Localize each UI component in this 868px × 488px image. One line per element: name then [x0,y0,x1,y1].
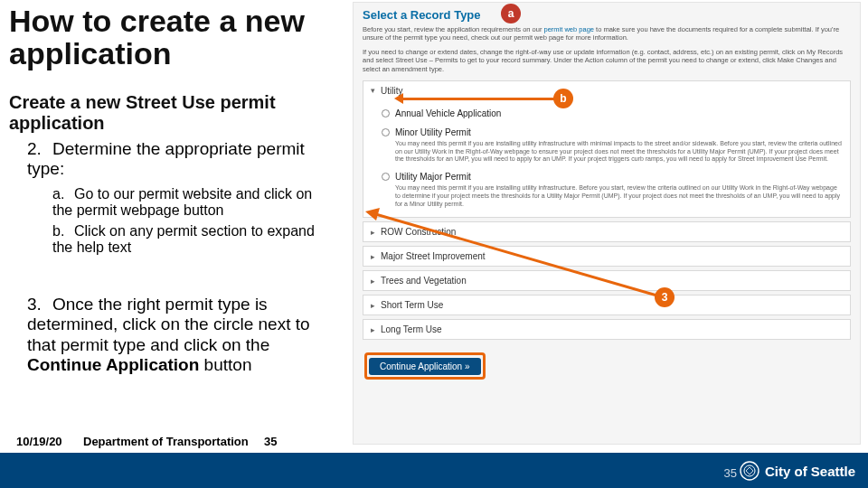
chevron-down-icon: ▾ [371,86,375,95]
footer-date: 10/19/20 [16,435,62,448]
callout-arrow-b [401,98,555,100]
option-major-utility[interactable]: Utility Major Permit You may need this p… [382,167,843,211]
slide-subtitle: Create a new Street Use permit applicati… [9,92,326,134]
substep-b: b.Click on any permit section to expand … [52,223,333,257]
footer-page-left: 35 [264,435,277,448]
option-annual-vehicle[interactable]: Annual Vehicle Application [382,104,843,123]
footer-department: Department of Transportation [83,435,249,448]
step-2: 2.Determine the appropriate permit type: [27,139,335,179]
step-3-prefix: Once the right permit type is determined… [27,295,310,354]
section-long-term-use: ▸ Long Term Use [363,319,851,340]
option-minor-utility-desc: You may need this permit if you are inst… [395,140,843,164]
callout-arrow-3 [362,208,669,307]
option-major-utility-label: Utility Major Permit [395,171,471,183]
permit-web-page-link[interactable]: permit web page [544,25,594,33]
substep-b-letter: b. [52,223,74,239]
svg-marker-2 [365,208,380,221]
option-minor-utility-label: Minor Utility Permit [395,127,471,138]
continue-highlight: Continue Application » [364,352,486,380]
substep-a-text: Go to our permit website and click on th… [52,186,312,218]
radio-icon[interactable] [382,109,390,117]
callout-badge-a: a [501,4,521,23]
callout-badge-b: b [553,89,573,108]
radio-icon[interactable] [382,128,390,136]
panel-heading: Select a Record Type [363,8,851,22]
option-annual-vehicle-label: Annual Vehicle Application [395,108,501,119]
section-utility-body: Annual Vehicle Application Minor Utility… [363,100,850,218]
step-2-text: Determine the appropriate permit type: [27,139,305,178]
arrow-head-icon [394,93,403,104]
slide-title: How to create a new application [9,5,335,70]
substeps: a.Go to our permit website and click on … [52,186,333,258]
substep-a: a.Go to our permit website and click on … [52,186,333,220]
option-major-utility-desc: You may need this permit if you are inst… [395,184,843,208]
svg-point-0 [741,462,759,480]
step-3-num: 3. [27,295,52,314]
footer-band [0,453,868,488]
step-3: 3.Once the right permit type is determin… [27,295,335,376]
panel-blurb-2: If you need to change or extend dates, c… [363,48,851,73]
callout-badge-3: 3 [655,287,675,307]
seattle-seal-icon [740,461,760,481]
continue-application-button[interactable]: Continue Application » [369,358,481,375]
chevron-right-icon: ▸ [371,325,375,334]
step-3-bold: Continue Application [27,355,199,374]
seattle-logo-text: City of Seattle [765,464,855,479]
radio-icon[interactable] [382,173,390,181]
step-2-num: 2. [27,139,52,159]
option-minor-utility[interactable]: Minor Utility Permit You may need this p… [382,123,843,167]
section-ltu-label: Long Term Use [381,324,442,334]
step-3-suffix: button [199,355,251,374]
panel-blurb-1: Before you start, review the application… [363,25,851,42]
substep-a-letter: a. [52,186,74,202]
section-utility: ▾ Utility Annual Vehicle Application Min… [363,80,851,219]
section-ltu-header[interactable]: ▸ Long Term Use [363,320,850,339]
substep-b-text: Click on any permit section to expand th… [52,223,315,255]
seattle-logo: City of Seattle [740,459,855,483]
footer-page-right: 35 [724,466,737,480]
